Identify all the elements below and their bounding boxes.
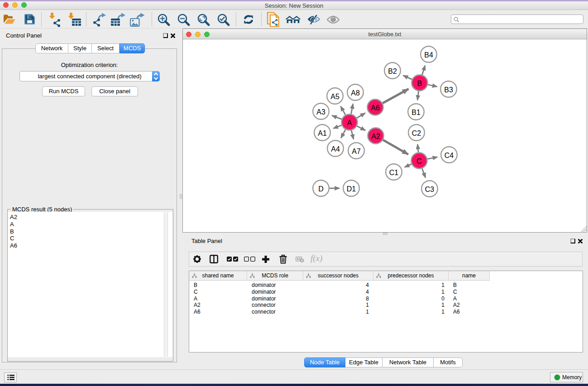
svg-text:D: D (318, 185, 324, 193)
svg-text:C1: C1 (389, 169, 399, 176)
svg-text:D1: D1 (347, 185, 356, 193)
svg-text:A7: A7 (352, 148, 361, 155)
svg-text:B2: B2 (388, 67, 397, 75)
svg-text:B: B (417, 80, 422, 87)
svg-text:A6: A6 (371, 104, 380, 112)
svg-text:A1: A1 (318, 129, 327, 137)
svg-text:A3: A3 (316, 108, 325, 116)
svg-text:A8: A8 (351, 89, 360, 97)
svg-text:C2: C2 (412, 129, 421, 137)
svg-text:C: C (416, 157, 422, 165)
svg-text:A: A (347, 119, 352, 127)
svg-text:B1: B1 (411, 109, 421, 116)
svg-text:A4: A4 (331, 145, 340, 153)
svg-text:B3: B3 (444, 86, 453, 94)
svg-text:C3: C3 (425, 186, 435, 193)
svg-text:C4: C4 (445, 152, 454, 159)
svg-text:B4: B4 (424, 51, 433, 59)
svg-text:A2: A2 (371, 133, 380, 140)
svg-text:A5: A5 (330, 93, 339, 100)
